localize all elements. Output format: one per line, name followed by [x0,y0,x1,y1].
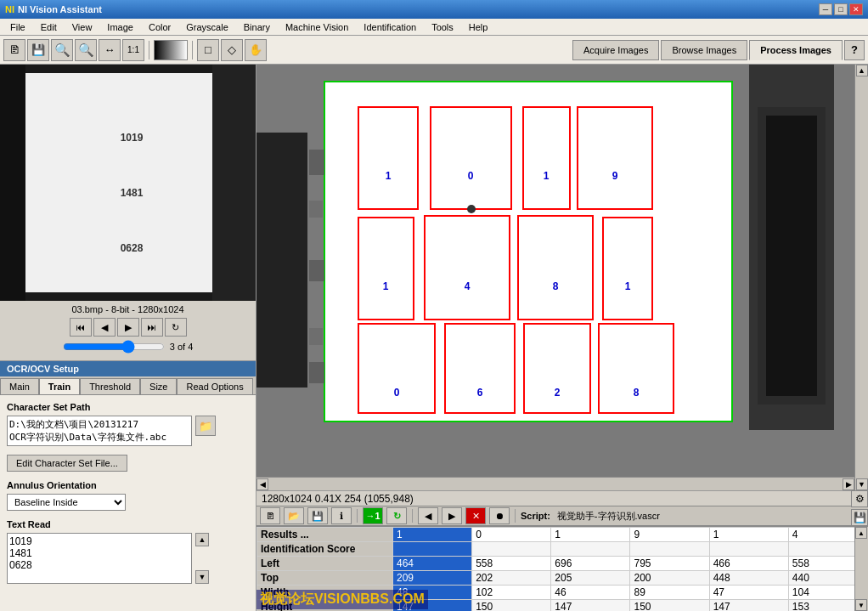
image-controls: 03.bmp - 8-bit - 1280x1024 ⏮ ◀ ▶ ⏭ ↻ 3 o… [0,301,256,361]
scroll-left-arrow[interactable]: ◀ [256,478,268,490]
svg-text:9: 9 [612,170,618,182]
table-vertical-scrollbar[interactable]: ▲ ▼ [854,527,868,611]
nav-last[interactable]: ⏭ [141,318,163,337]
menu-help[interactable]: Help [462,20,495,34]
title-bar-left: NI NI Vision Assistant [5,4,102,14]
side-btn-1[interactable]: ⚙ [851,490,868,507]
results-header-label: Results ... [257,528,393,542]
process-images-button[interactable]: Process Images [749,40,843,60]
toolbar-polygon[interactable]: ◇ [221,39,243,61]
menu-color[interactable]: Color [142,20,178,34]
tab-size[interactable]: Size [140,378,177,394]
tab-read-options[interactable]: Read Options [177,378,252,394]
annulus-orientation-label: Annulus Orientation [7,480,249,490]
main-layout: 1019 1481 0628 03.bmp - 8-bit - 1280x102… [0,65,868,611]
ocr-setup-title: OCR/OCV Setup [0,361,256,376]
minimize-button[interactable]: ─ [819,3,832,15]
scroll-up-button[interactable]: ▲ [195,533,209,546]
annulus-orientation-dropdown[interactable]: Baseline Inside [7,494,126,511]
menu-file[interactable]: File [3,20,32,34]
folder-browse-button[interactable]: 📁 [195,416,216,436]
script-save-button[interactable]: 💾 [307,507,328,524]
path-field-row: D:\我的文档\项目\20131217 OCR字符识别\Data\字符集文件.a… [7,416,249,446]
results-header-col-1: 0 [472,528,551,542]
height-col-4: 147 [709,600,788,612]
text-read-line-2: 1481 [9,547,189,559]
nav-first[interactable]: ⏮ [70,318,92,337]
scroll-down-arrow[interactable]: ▼ [856,478,868,490]
svg-rect-39 [309,260,324,281]
canvas-area[interactable]: 1 0 1 9 1 4 8 [256,65,868,490]
svg-text:1: 1 [625,280,631,292]
results-table: Results ... 1 0 1 9 1 4 Identification S… [256,527,868,611]
toolbar-zoom-100[interactable]: 1:1 [122,39,144,61]
svg-text:1: 1 [544,170,550,182]
width-col-1: 102 [472,586,551,600]
svg-point-36 [467,205,476,213]
script-new-button[interactable]: 🖹 [260,507,280,524]
vertical-scrollbar[interactable]: ▲ ▼ [854,65,868,490]
table-scroll-down[interactable]: ▼ [855,599,867,611]
table-scroll-up[interactable]: ▲ [855,527,867,539]
script-open-button[interactable]: 📂 [284,507,304,524]
script-record-button[interactable]: ⏺ [489,507,510,524]
top-col-2: 205 [551,571,630,586]
side-btn-2[interactable]: 💾 [851,509,868,526]
svg-text:1481: 1481 [121,187,144,199]
script-stop-button[interactable]: ✕ [465,507,486,524]
edit-char-set-button[interactable]: Edit Character Set File... [7,455,127,472]
scroll-down-button[interactable]: ▼ [195,570,209,584]
id-score-col-3 [630,542,709,557]
results-header-col-0: 1 [393,528,472,542]
script-run1-button[interactable]: →1 [363,507,383,524]
tab-threshold[interactable]: Threshold [80,378,140,394]
char-set-path-input[interactable]: D:\我的文档\项目\20131217 OCR字符识别\Data\字符集文件.a… [7,416,192,446]
script-run-button[interactable]: ↻ [386,507,407,524]
menu-machine-vision[interactable]: Machine Vision [279,20,355,34]
toolbar-zoom-fit[interactable]: ↔ [99,39,121,61]
char-set-path-group: Character Set Path D:\我的文档\项目\20131217 O… [7,402,249,472]
nav-of-text: 3 of 4 [170,342,194,352]
toolbar-save[interactable]: 💾 [27,39,49,61]
toolbar-new[interactable]: 🖹 [3,39,25,61]
text-read-scrollbar: ▲ ▼ [195,533,209,584]
horizontal-scrollbar[interactable]: ◀ ▶ [256,477,854,490]
acquire-images-button[interactable]: Acquire Images [572,40,659,60]
left-col-1: 558 [472,557,551,571]
nav-slider-container: 3 of 4 [10,340,245,354]
svg-rect-41 [309,362,324,383]
script-separator-3 [515,509,516,523]
menu-binary[interactable]: Binary [237,20,277,34]
script-info-button[interactable]: ℹ [331,507,352,524]
height-col-2: 147 [551,600,630,612]
menu-bar: File Edit View Image Color Grayscale Bin… [0,19,868,36]
browse-images-button[interactable]: Browse Images [661,40,747,60]
menu-grayscale[interactable]: Grayscale [179,20,235,34]
menu-view[interactable]: View [65,20,99,34]
image-slider[interactable] [63,340,165,354]
nav-prev[interactable]: ◀ [93,318,116,337]
scroll-right-arrow[interactable]: ▶ [843,478,854,490]
maximize-button[interactable]: □ [834,3,848,15]
nav-auto[interactable]: ↻ [165,318,187,337]
status-text: 1280x1024 0.41X 254 (1055,948) [262,493,414,505]
height-label: Height [257,600,393,612]
toolbar-zoom-out[interactable]: 🔍 [75,39,97,61]
help-button[interactable]: ? [844,40,865,60]
nav-next[interactable]: ▶ [117,318,139,337]
menu-edit[interactable]: Edit [34,20,64,34]
script-next-button[interactable]: ▶ [442,507,462,524]
scroll-up-arrow[interactable]: ▲ [856,65,868,76]
menu-tools[interactable]: Tools [425,20,460,34]
toolbar-rect[interactable]: □ [197,39,219,61]
tab-main[interactable]: Main [0,378,39,394]
menu-identification[interactable]: Identification [357,20,423,34]
close-button[interactable]: ✕ [849,3,863,15]
script-prev-button[interactable]: ◀ [418,507,438,524]
toolbar-zoom-in[interactable]: 🔍 [51,39,73,61]
main-canvas-svg: 1 0 1 9 1 4 8 [256,65,834,430]
menu-image[interactable]: Image [100,20,140,34]
width-col-2: 46 [551,586,630,600]
tab-train[interactable]: Train [39,378,80,394]
toolbar-pan[interactable]: ✋ [245,39,267,61]
